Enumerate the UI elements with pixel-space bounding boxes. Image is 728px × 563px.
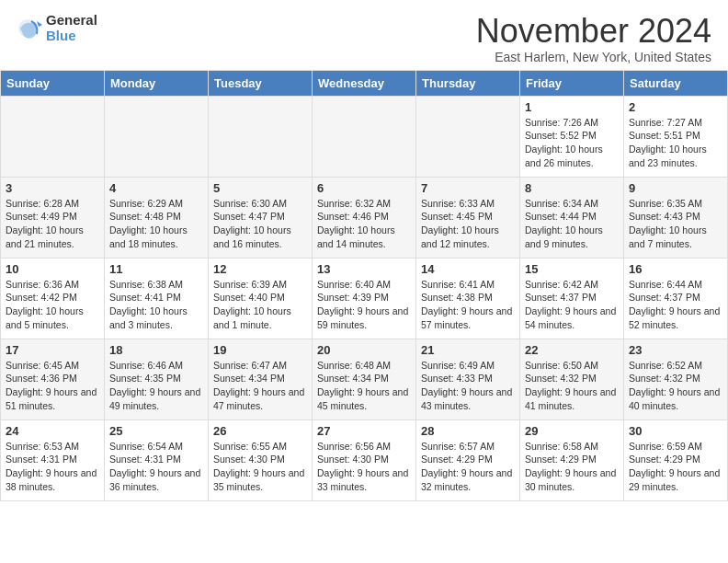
day-info: Sunrise: 7:27 AM Sunset: 5:51 PM Dayligh…: [629, 116, 722, 170]
day-number: 21: [421, 343, 515, 357]
calendar-cell: 8Sunrise: 6:34 AM Sunset: 4:44 PM Daylig…: [520, 177, 624, 258]
calendar-week-row: 10Sunrise: 6:36 AM Sunset: 4:42 PM Dayli…: [1, 258, 728, 339]
weekday-header: Monday: [105, 70, 209, 96]
day-number: 26: [213, 424, 307, 438]
day-number: 15: [525, 262, 619, 276]
day-info: Sunrise: 6:45 AM Sunset: 4:36 PM Dayligh…: [6, 359, 99, 413]
day-number: 3: [6, 181, 99, 195]
day-number: 10: [6, 262, 99, 276]
calendar-cell: [313, 96, 416, 177]
day-number: 6: [317, 181, 411, 195]
calendar-cell: [105, 96, 209, 177]
day-number: 24: [6, 424, 99, 438]
day-info: Sunrise: 6:42 AM Sunset: 4:37 PM Dayligh…: [525, 278, 619, 332]
calendar-cell: 19Sunrise: 6:47 AM Sunset: 4:34 PM Dayli…: [209, 339, 313, 419]
day-number: 19: [213, 343, 307, 357]
logo-blue: Blue: [46, 29, 97, 44]
day-info: Sunrise: 6:48 AM Sunset: 4:34 PM Dayligh…: [317, 359, 411, 413]
calendar-cell: 5Sunrise: 6:30 AM Sunset: 4:47 PM Daylig…: [209, 177, 313, 258]
logo: General Blue: [17, 13, 97, 43]
calendar-week-row: 24Sunrise: 6:53 AM Sunset: 4:31 PM Dayli…: [1, 419, 728, 500]
day-info: Sunrise: 6:32 AM Sunset: 4:46 PM Dayligh…: [317, 197, 411, 251]
day-number: 2: [629, 100, 722, 114]
day-number: 8: [525, 181, 619, 195]
logo-icon: [17, 16, 42, 41]
logo-text: General Blue: [46, 13, 97, 43]
calendar-cell: [1, 96, 105, 177]
day-info: Sunrise: 6:40 AM Sunset: 4:39 PM Dayligh…: [317, 278, 411, 332]
day-number: 22: [525, 343, 619, 357]
weekday-header-row: SundayMondayTuesdayWednesdayThursdayFrid…: [1, 70, 728, 96]
calendar-cell: 1Sunrise: 7:26 AM Sunset: 5:52 PM Daylig…: [520, 96, 624, 177]
calendar-cell: 4Sunrise: 6:29 AM Sunset: 4:48 PM Daylig…: [105, 177, 209, 258]
calendar-cell: [209, 96, 313, 177]
calendar-cell: 2Sunrise: 7:27 AM Sunset: 5:51 PM Daylig…: [624, 96, 728, 177]
calendar-cell: 11Sunrise: 6:38 AM Sunset: 4:41 PM Dayli…: [105, 258, 209, 339]
location: East Harlem, New York, United States: [476, 50, 711, 64]
day-number: 29: [525, 424, 619, 438]
svg-marker-1: [37, 21, 42, 27]
day-number: 13: [317, 262, 411, 276]
calendar-cell: 16Sunrise: 6:44 AM Sunset: 4:37 PM Dayli…: [624, 258, 728, 339]
calendar-cell: 13Sunrise: 6:40 AM Sunset: 4:39 PM Dayli…: [313, 258, 416, 339]
day-info: Sunrise: 6:29 AM Sunset: 4:48 PM Dayligh…: [109, 197, 203, 251]
calendar-cell: 7Sunrise: 6:33 AM Sunset: 4:45 PM Daylig…: [416, 177, 520, 258]
day-info: Sunrise: 6:56 AM Sunset: 4:30 PM Dayligh…: [317, 440, 411, 494]
day-number: 16: [629, 262, 722, 276]
day-info: Sunrise: 6:55 AM Sunset: 4:30 PM Dayligh…: [213, 440, 307, 494]
day-number: 25: [109, 424, 203, 438]
calendar-cell: 24Sunrise: 6:53 AM Sunset: 4:31 PM Dayli…: [1, 419, 105, 500]
calendar-week-row: 1Sunrise: 7:26 AM Sunset: 5:52 PM Daylig…: [1, 96, 728, 177]
day-info: Sunrise: 6:57 AM Sunset: 4:29 PM Dayligh…: [421, 440, 515, 494]
calendar-cell: 28Sunrise: 6:57 AM Sunset: 4:29 PM Dayli…: [416, 419, 520, 500]
day-info: Sunrise: 6:59 AM Sunset: 4:29 PM Dayligh…: [629, 440, 722, 494]
day-number: 12: [213, 262, 307, 276]
day-info: Sunrise: 6:36 AM Sunset: 4:42 PM Dayligh…: [6, 278, 99, 332]
day-number: 17: [6, 343, 99, 357]
day-info: Sunrise: 6:58 AM Sunset: 4:29 PM Dayligh…: [525, 440, 619, 494]
day-number: 7: [421, 181, 515, 195]
day-number: 4: [109, 181, 203, 195]
day-info: Sunrise: 6:34 AM Sunset: 4:44 PM Dayligh…: [525, 197, 619, 251]
day-number: 23: [629, 343, 722, 357]
day-info: Sunrise: 6:54 AM Sunset: 4:31 PM Dayligh…: [109, 440, 203, 494]
day-info: Sunrise: 6:49 AM Sunset: 4:33 PM Dayligh…: [421, 359, 515, 413]
day-info: Sunrise: 6:35 AM Sunset: 4:43 PM Dayligh…: [629, 197, 722, 251]
day-number: 20: [317, 343, 411, 357]
day-number: 11: [109, 262, 203, 276]
weekday-header: Saturday: [624, 70, 728, 96]
calendar-cell: 9Sunrise: 6:35 AM Sunset: 4:43 PM Daylig…: [624, 177, 728, 258]
calendar-cell: 14Sunrise: 6:41 AM Sunset: 4:38 PM Dayli…: [416, 258, 520, 339]
calendar-week-row: 17Sunrise: 6:45 AM Sunset: 4:36 PM Dayli…: [1, 339, 728, 419]
day-number: 30: [629, 424, 722, 438]
calendar-cell: 21Sunrise: 6:49 AM Sunset: 4:33 PM Dayli…: [416, 339, 520, 419]
title-area: November 2024 East Harlem, New York, Uni…: [476, 13, 711, 64]
calendar-cell: 20Sunrise: 6:48 AM Sunset: 4:34 PM Dayli…: [313, 339, 416, 419]
day-info: Sunrise: 6:47 AM Sunset: 4:34 PM Dayligh…: [213, 359, 307, 413]
calendar-table: SundayMondayTuesdayWednesdayThursdayFrid…: [0, 70, 728, 501]
day-info: Sunrise: 6:44 AM Sunset: 4:37 PM Dayligh…: [629, 278, 722, 332]
weekday-header: Wednesday: [313, 70, 416, 96]
calendar-cell: 3Sunrise: 6:28 AM Sunset: 4:49 PM Daylig…: [1, 177, 105, 258]
day-info: Sunrise: 7:26 AM Sunset: 5:52 PM Dayligh…: [525, 116, 619, 170]
day-info: Sunrise: 6:30 AM Sunset: 4:47 PM Dayligh…: [213, 197, 307, 251]
calendar-week-row: 3Sunrise: 6:28 AM Sunset: 4:49 PM Daylig…: [1, 177, 728, 258]
day-info: Sunrise: 6:28 AM Sunset: 4:49 PM Dayligh…: [6, 197, 99, 251]
calendar-cell: 30Sunrise: 6:59 AM Sunset: 4:29 PM Dayli…: [624, 419, 728, 500]
weekday-header: Thursday: [416, 70, 520, 96]
day-info: Sunrise: 6:38 AM Sunset: 4:41 PM Dayligh…: [109, 278, 203, 332]
calendar-cell: 26Sunrise: 6:55 AM Sunset: 4:30 PM Dayli…: [209, 419, 313, 500]
calendar-cell: 23Sunrise: 6:52 AM Sunset: 4:32 PM Dayli…: [624, 339, 728, 419]
logo-general: General: [46, 13, 97, 29]
calendar-cell: 6Sunrise: 6:32 AM Sunset: 4:46 PM Daylig…: [313, 177, 416, 258]
calendar-cell: 10Sunrise: 6:36 AM Sunset: 4:42 PM Dayli…: [1, 258, 105, 339]
day-number: 14: [421, 262, 515, 276]
calendar-cell: [416, 96, 520, 177]
day-number: 28: [421, 424, 515, 438]
day-info: Sunrise: 6:39 AM Sunset: 4:40 PM Dayligh…: [213, 278, 307, 332]
month-title: November 2024: [476, 13, 711, 50]
weekday-header: Sunday: [1, 70, 105, 96]
day-info: Sunrise: 6:46 AM Sunset: 4:35 PM Dayligh…: [109, 359, 203, 413]
calendar-cell: 12Sunrise: 6:39 AM Sunset: 4:40 PM Dayli…: [209, 258, 313, 339]
calendar-cell: 25Sunrise: 6:54 AM Sunset: 4:31 PM Dayli…: [105, 419, 209, 500]
